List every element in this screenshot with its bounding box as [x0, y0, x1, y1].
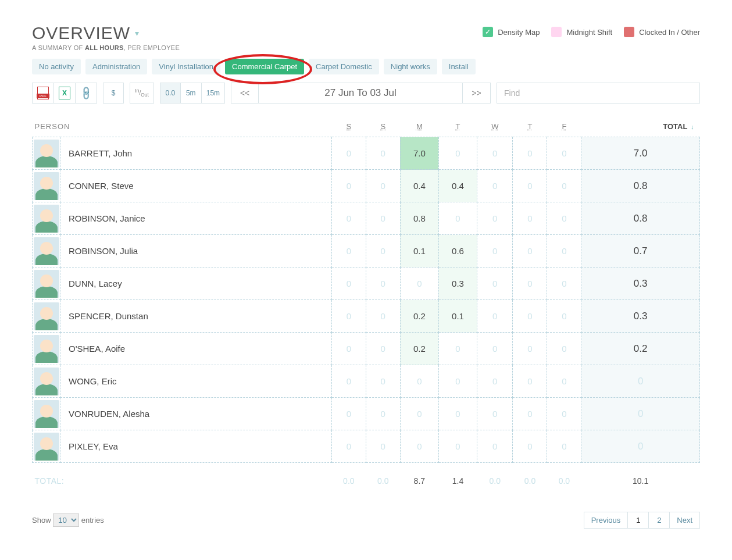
hours-cell[interactable]: 0 — [477, 235, 513, 267]
hours-cell[interactable]: 0 — [400, 398, 438, 430]
hours-cell[interactable]: 0 — [331, 398, 366, 430]
hours-cell[interactable]: 0 — [366, 333, 400, 365]
hours-cell[interactable]: 0 — [477, 333, 513, 365]
hours-cell[interactable]: 0 — [513, 235, 547, 267]
person-name[interactable]: WONG, Eric — [60, 365, 332, 398]
round-5m-button[interactable]: 5m — [181, 83, 202, 104]
hours-cell[interactable]: 0 — [366, 202, 400, 235]
col-day-0[interactable]: S — [331, 116, 366, 137]
hours-cell[interactable]: 0 — [513, 267, 547, 300]
hours-cell[interactable]: 0 — [477, 137, 513, 170]
hours-cell[interactable]: 0 — [366, 365, 400, 398]
avatar[interactable] — [33, 300, 60, 333]
pager-page-1[interactable]: 1 — [628, 512, 649, 529]
export-excel-button[interactable] — [54, 83, 76, 104]
person-name[interactable]: DUNN, Lacey — [60, 267, 332, 300]
hours-cell[interactable]: 0 — [331, 235, 366, 267]
hours-cell[interactable]: 0 — [400, 430, 438, 463]
hours-cell[interactable]: 0 — [513, 365, 547, 398]
legend-density[interactable]: ✓ Density Map — [483, 27, 540, 37]
round-15m-button[interactable]: 15m — [202, 83, 225, 104]
filter-no-activity[interactable]: No activity — [32, 59, 81, 74]
hours-cell[interactable]: 0.6 — [438, 235, 477, 267]
person-name[interactable]: PIXLEY, Eva — [60, 430, 332, 463]
hours-cell[interactable]: 0 — [477, 398, 513, 430]
col-day-6[interactable]: F — [547, 116, 581, 137]
hours-cell[interactable]: 0 — [331, 267, 366, 300]
hours-cell[interactable]: 0 — [366, 235, 400, 267]
hours-cell[interactable]: 0 — [547, 235, 581, 267]
hours-cell[interactable]: 0 — [513, 300, 547, 333]
avatar[interactable] — [33, 398, 60, 430]
person-name[interactable]: BARRETT, John — [60, 137, 332, 170]
hours-cell[interactable]: 0 — [331, 170, 366, 202]
hours-cell[interactable]: 0 — [477, 202, 513, 235]
hours-cell[interactable]: 0 — [366, 267, 400, 300]
pager-prev[interactable]: Previous — [584, 512, 629, 529]
col-day-4[interactable]: W — [477, 116, 513, 137]
person-name[interactable]: SPENCER, Dunstan — [60, 300, 332, 333]
hours-cell[interactable]: 0 — [331, 202, 366, 235]
person-name[interactable]: O'SHEA, Aoife — [60, 333, 332, 365]
date-range[interactable]: 27 Jun To 03 Jul — [259, 83, 463, 104]
legend-midnight[interactable]: Midnight Shift — [551, 27, 612, 37]
hours-cell[interactable]: 0.3 — [438, 267, 477, 300]
col-total[interactable]: TOTAL ↓ — [581, 116, 700, 137]
hours-cell[interactable]: 0 — [400, 365, 438, 398]
hours-cell[interactable]: 0 — [366, 300, 400, 333]
person-name[interactable]: ROBINSON, Janice — [60, 202, 332, 235]
hours-cell[interactable]: 0 — [331, 137, 366, 170]
filter-administration[interactable]: Administration — [85, 59, 147, 74]
hours-cell[interactable]: 0.2 — [400, 333, 438, 365]
filter-carpet-domestic[interactable]: Carpet Domestic — [309, 59, 379, 74]
filter-commercial-carpet[interactable]: Commercial Carpet — [225, 59, 304, 74]
round-0-button[interactable]: 0.0 — [160, 83, 181, 104]
hours-cell[interactable]: 0 — [547, 398, 581, 430]
pager-page-2[interactable]: 2 — [649, 512, 670, 529]
filter-install[interactable]: Install — [442, 59, 476, 74]
col-day-2[interactable]: M — [400, 116, 438, 137]
person-name[interactable]: CONNER, Steve — [60, 170, 332, 202]
hours-cell[interactable]: 0.4 — [438, 170, 477, 202]
hours-cell[interactable]: 0 — [547, 365, 581, 398]
person-name[interactable]: ROBINSON, Julia — [60, 235, 332, 267]
date-prev-button[interactable]: << — [231, 83, 259, 104]
person-name[interactable]: VONRUDEN, Alesha — [60, 398, 332, 430]
hours-cell[interactable]: 0.4 — [400, 170, 438, 202]
avatar[interactable] — [33, 430, 60, 463]
avatar[interactable] — [33, 333, 60, 365]
hours-cell[interactable]: 0 — [547, 300, 581, 333]
search-input[interactable] — [497, 83, 700, 104]
hours-cell[interactable]: 0 — [438, 202, 477, 235]
hours-cell[interactable]: 0 — [547, 430, 581, 463]
col-day-3[interactable]: T — [438, 116, 477, 137]
hours-cell[interactable]: 0 — [513, 398, 547, 430]
col-day-5[interactable]: T — [513, 116, 547, 137]
hours-cell[interactable]: 7.0 — [400, 137, 438, 170]
hours-cell[interactable]: 0 — [547, 137, 581, 170]
avatar[interactable] — [33, 137, 60, 170]
hours-cell[interactable]: 0 — [366, 170, 400, 202]
hours-cell[interactable]: 0 — [477, 300, 513, 333]
hours-cell[interactable]: 0 — [331, 300, 366, 333]
date-next-button[interactable]: >> — [463, 83, 491, 104]
hours-cell[interactable]: 0.2 — [400, 300, 438, 333]
col-day-1[interactable]: S — [366, 116, 400, 137]
hours-cell[interactable]: 0 — [400, 267, 438, 300]
hours-cell[interactable]: 0 — [477, 365, 513, 398]
hours-cell[interactable]: 0.8 — [400, 202, 438, 235]
export-pdf-button[interactable] — [32, 83, 54, 104]
currency-toggle-button[interactable]: $ — [103, 83, 124, 104]
avatar[interactable] — [33, 235, 60, 267]
hours-cell[interactable]: 0 — [366, 137, 400, 170]
pager-next[interactable]: Next — [670, 512, 700, 529]
avatar[interactable] — [33, 202, 60, 235]
hours-cell[interactable]: 0 — [438, 398, 477, 430]
hours-cell[interactable]: 0 — [477, 430, 513, 463]
hours-cell[interactable]: 0 — [366, 398, 400, 430]
page-title[interactable]: OVERVIEW ▾ — [32, 23, 180, 43]
avatar[interactable] — [33, 267, 60, 300]
legend-clocked[interactable]: Clocked In / Other — [624, 27, 700, 37]
hours-cell[interactable]: 0 — [513, 333, 547, 365]
entries-select[interactable]: 10 — [53, 513, 79, 527]
